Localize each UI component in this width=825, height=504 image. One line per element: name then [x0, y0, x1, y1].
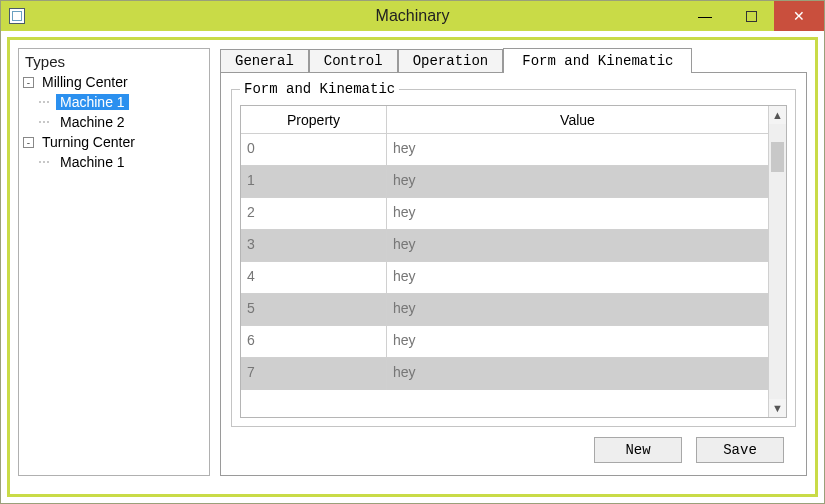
tree-connector-icon: ⋯: [38, 115, 56, 129]
cell-value: hey: [387, 294, 768, 325]
maximize-button[interactable]: [728, 1, 774, 31]
client-area: Types - Milling Center ⋯ Machine 1 ⋯ Mac…: [7, 37, 818, 497]
table-row[interactable]: 6 hey: [241, 326, 768, 358]
save-button[interactable]: Save: [696, 437, 784, 463]
minimize-icon: —: [698, 8, 712, 24]
tree-node-machine-1[interactable]: ⋯ Machine 1: [19, 92, 209, 112]
cell-value: hey: [387, 198, 768, 229]
tree-label: Machine 2: [56, 114, 129, 130]
cell-property: 5: [241, 294, 387, 325]
cell-property: 0: [241, 134, 387, 165]
cell-value: hey: [387, 326, 768, 357]
vertical-scrollbar[interactable]: ▲ ▼: [768, 106, 786, 417]
tab-operation[interactable]: Operation: [398, 49, 504, 72]
tree-node-milling-center[interactable]: - Milling Center: [19, 72, 209, 92]
tree-node-machine-2[interactable]: ⋯ Machine 2: [19, 112, 209, 132]
table-row[interactable]: 7 hey: [241, 358, 768, 390]
button-row: New Save: [231, 427, 796, 463]
titlebar[interactable]: Machinary — ✕: [1, 1, 824, 31]
cell-property: 6: [241, 326, 387, 357]
cell-value: hey: [387, 262, 768, 293]
minimize-button[interactable]: —: [682, 1, 728, 31]
tab-content: Form and Kinematic Property Value 0 hey: [220, 72, 807, 476]
tree-node-turning-center[interactable]: - Turning Center: [19, 132, 209, 152]
tabs-row: General Control Operation Form and Kinem…: [220, 48, 807, 72]
app-icon: [9, 8, 25, 24]
grid-rows: 0 hey 1 hey 2 hey: [241, 134, 768, 417]
cell-value: hey: [387, 358, 768, 390]
tree-label: Turning Center: [38, 134, 139, 150]
tree-label: Milling Center: [38, 74, 132, 90]
cell-value: hey: [387, 230, 768, 261]
table-row[interactable]: 3 hey: [241, 230, 768, 262]
cell-value: hey: [387, 166, 768, 197]
scroll-track[interactable]: [769, 124, 786, 399]
right-panel: General Control Operation Form and Kinem…: [220, 48, 807, 476]
scroll-thumb[interactable]: [771, 142, 784, 172]
close-icon: ✕: [793, 8, 805, 24]
tree-connector-icon: ⋯: [38, 95, 56, 109]
tab-form-kinematic[interactable]: Form and Kinematic: [503, 48, 692, 73]
column-header-value[interactable]: Value: [387, 106, 768, 133]
table-row[interactable]: 2 hey: [241, 198, 768, 230]
property-grid: Property Value 0 hey 1 hey: [240, 105, 787, 418]
scroll-up-icon[interactable]: ▲: [769, 106, 786, 124]
close-button[interactable]: ✕: [774, 1, 824, 31]
table-row[interactable]: 4 hey: [241, 262, 768, 294]
window-buttons: — ✕: [682, 1, 824, 31]
tree-heading: Types: [19, 49, 209, 72]
cell-property: 7: [241, 358, 387, 390]
tree-connector-icon: ⋯: [38, 155, 56, 169]
fieldset-legend: Form and Kinematic: [240, 81, 399, 97]
table-row[interactable]: 5 hey: [241, 294, 768, 326]
table-row[interactable]: 0 hey: [241, 134, 768, 166]
cell-property: 4: [241, 262, 387, 293]
form-kinematic-fieldset: Form and Kinematic Property Value 0 hey: [231, 81, 796, 427]
cell-property: 3: [241, 230, 387, 261]
cell-value: hey: [387, 134, 768, 165]
column-header-property[interactable]: Property: [241, 106, 387, 133]
tree-label: Machine 1: [56, 154, 129, 170]
cell-property: 2: [241, 198, 387, 229]
maximize-icon: [746, 11, 757, 22]
machinary-window: Machinary — ✕ Types - Milling Center ⋯: [0, 0, 825, 504]
tab-general[interactable]: General: [220, 49, 309, 72]
types-tree-panel: Types - Milling Center ⋯ Machine 1 ⋯ Mac…: [18, 48, 210, 476]
tab-control[interactable]: Control: [309, 49, 398, 72]
tree-toggle-icon[interactable]: -: [23, 77, 34, 88]
tree-toggle-icon[interactable]: -: [23, 137, 34, 148]
cell-property: 1: [241, 166, 387, 197]
tree-label: Machine 1: [56, 94, 129, 110]
table-row[interactable]: 1 hey: [241, 166, 768, 198]
scroll-down-icon[interactable]: ▼: [769, 399, 786, 417]
tree-node-tc-machine-1[interactable]: ⋯ Machine 1: [19, 152, 209, 172]
new-button[interactable]: New: [594, 437, 682, 463]
grid-header: Property Value: [241, 106, 768, 134]
grid-body: Property Value 0 hey 1 hey: [241, 106, 768, 417]
